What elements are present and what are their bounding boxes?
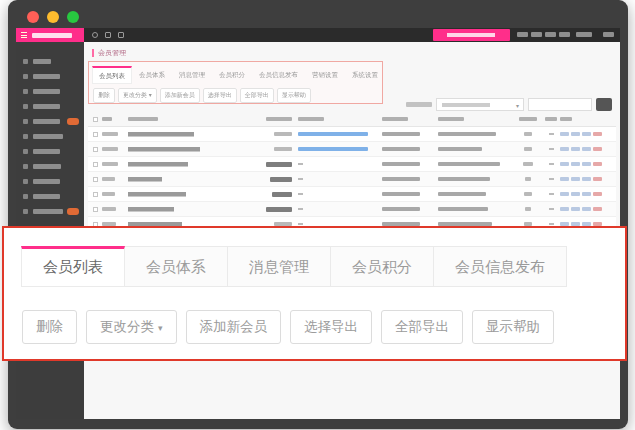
action-link[interactable] [560,192,569,196]
topbar-menu-item[interactable] [559,32,570,37]
action-link[interactable] [582,207,591,211]
sidebar-item[interactable] [16,86,84,99]
member-name-link[interactable] [128,177,162,182]
tab-member-points[interactable]: 会员积分 [330,246,434,287]
mini-tab-marketing-settings[interactable]: 营销设置 [305,66,345,84]
delete-button[interactable]: 删除 [22,310,77,344]
sidebar-item[interactable] [16,191,84,204]
delete-link[interactable] [593,147,602,151]
menu-dots-icon[interactable] [105,32,111,38]
action-link[interactable] [571,207,580,211]
change-category-button[interactable]: 更改分类▾ [86,310,177,344]
mini-tab-member-points[interactable]: 会员积分 [212,66,252,84]
mini-export-all-button[interactable]: 全部导出 [240,88,274,103]
member-name-link[interactable] [128,132,194,137]
table-row[interactable] [88,127,616,142]
search-button[interactable] [596,98,612,111]
add-member-button[interactable]: 添加新会员 [186,310,282,344]
action-link[interactable] [571,132,580,136]
action-link[interactable] [582,162,591,166]
delete-link[interactable] [593,162,602,166]
mini-add-member-button[interactable]: 添加新会员 [160,88,200,103]
row-checkbox[interactable] [93,192,98,197]
sidebar-item[interactable] [16,56,84,69]
delete-link[interactable] [593,132,602,136]
sidebar-item[interactable] [16,101,84,114]
zoom-window-button[interactable] [67,11,79,23]
table-row[interactable] [88,202,616,217]
delete-link[interactable] [593,192,602,196]
action-link[interactable] [571,147,580,151]
action-link[interactable] [560,177,569,181]
show-help-button[interactable]: 显示帮助 [472,310,554,344]
sidebar-item[interactable] [16,176,84,189]
action-link[interactable] [560,207,569,211]
sidebar-label-placeholder [33,194,60,199]
action-link[interactable] [582,147,591,151]
action-link[interactable] [571,162,580,166]
sidebar-item[interactable] [16,71,84,84]
mini-delete-button[interactable]: 删除 [93,88,115,103]
flag-icon[interactable] [118,32,124,38]
filter-select[interactable]: ▾ [436,98,524,111]
mini-tab-member-info-publish[interactable]: 会员信息发布 [252,66,305,84]
sidebar-item-active[interactable] [16,116,84,129]
row-checkbox[interactable] [93,147,98,152]
mini-show-help-button[interactable]: 显示帮助 [277,88,311,103]
topbar-menu-item[interactable] [545,32,556,37]
tab-member-info-publish[interactable]: 会员信息发布 [433,246,567,287]
row-checkbox[interactable] [93,177,98,182]
sidebar-item[interactable] [16,131,84,144]
action-link[interactable] [571,192,580,196]
export-all-button[interactable]: 全部导出 [381,310,463,344]
export-selected-button[interactable]: 选择导出 [290,310,372,344]
action-link[interactable] [582,177,591,181]
member-name-link[interactable] [128,192,186,197]
action-link[interactable] [560,132,569,136]
minimize-window-button[interactable] [47,11,59,23]
mini-tab-message-management[interactable]: 消息管理 [172,66,212,84]
mini-tab-member-system[interactable]: 会员体系 [132,66,172,84]
email-link[interactable] [298,147,368,151]
mini-change-category-button[interactable]: 更改分类 ▾ [118,88,157,103]
member-name-link[interactable] [128,207,174,212]
row-checkbox[interactable] [93,207,98,212]
sidebar-item[interactable] [16,161,84,174]
action-link[interactable] [582,192,591,196]
mini-tab-member-list[interactable]: 会员列表 [92,66,132,84]
tab-member-system[interactable]: 会员体系 [124,246,228,287]
action-link[interactable] [560,147,569,151]
action-link[interactable] [571,177,580,181]
button-text-placeholder [447,33,495,37]
table-row[interactable] [88,172,616,187]
topbar-menu-item[interactable] [603,32,614,37]
member-name-link[interactable] [128,162,188,167]
email-link[interactable] [298,132,368,136]
row-checkbox[interactable] [93,162,98,167]
search-input[interactable] [528,98,592,111]
app-logo[interactable] [16,28,84,42]
table-row[interactable] [88,157,616,172]
delete-link[interactable] [593,177,602,181]
sidebar-item[interactable] [16,206,84,219]
delete-link[interactable] [593,207,602,211]
action-link[interactable] [560,162,569,166]
close-window-button[interactable] [27,11,39,23]
row-checkbox[interactable] [93,132,98,137]
mini-tab-system-settings[interactable]: 系统设置 [345,66,385,84]
member-name-link[interactable] [128,147,200,152]
mini-export-selected-button[interactable]: 选择导出 [203,88,237,103]
topbar-menu-item[interactable] [517,32,528,37]
sidebar-item[interactable] [16,146,84,159]
table-row[interactable] [88,187,616,202]
select-all-checkbox[interactable] [93,117,98,122]
tab-message-management[interactable]: 消息管理 [227,246,331,287]
cell-placeholder [102,177,115,181]
table-row[interactable] [88,142,616,157]
topbar-menu-item[interactable] [576,32,592,37]
action-link[interactable] [582,132,591,136]
topbar-primary-button[interactable] [433,29,510,41]
tab-member-list[interactable]: 会员列表 [21,246,125,287]
topbar-menu-item[interactable] [531,32,542,37]
refresh-icon[interactable] [92,32,98,38]
